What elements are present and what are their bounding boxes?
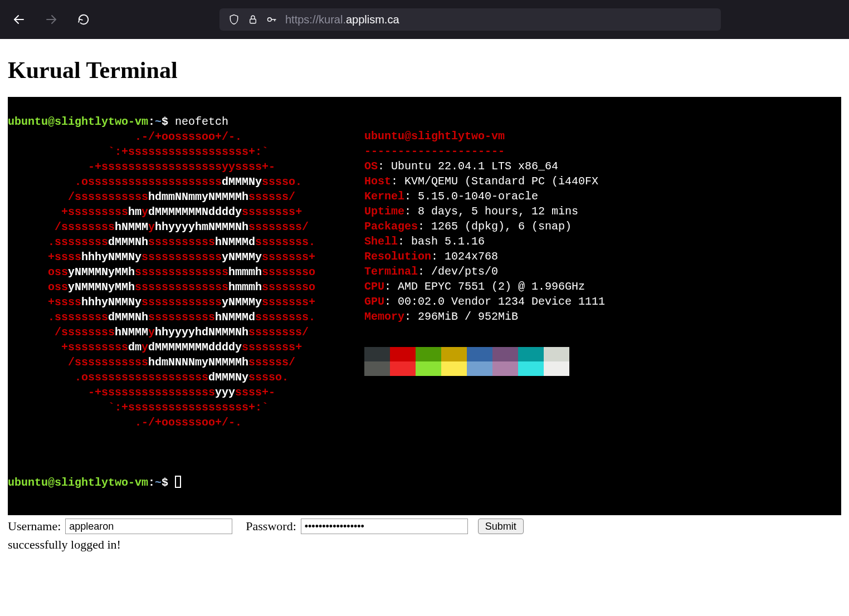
logo-line: `:+ssssssssssssssssss+:` bbox=[8, 400, 841, 415]
url-text: https://kural.applism.ca bbox=[285, 13, 399, 26]
info-line: Packages: 1265 (dpkg), 6 (snap) bbox=[364, 219, 605, 234]
username-label: Username: bbox=[8, 519, 61, 534]
color-swatch bbox=[364, 361, 390, 376]
swatch-column bbox=[390, 347, 416, 376]
info-line: Memory: 296MiB / 952MiB bbox=[364, 309, 605, 324]
info-line: Uptime: 8 days, 5 hours, 12 mins bbox=[364, 204, 605, 219]
color-swatches bbox=[364, 347, 605, 376]
login-status: successfully logged in! bbox=[8, 536, 841, 558]
color-swatch bbox=[467, 361, 492, 376]
swatch-column bbox=[492, 347, 518, 376]
reload-button[interactable] bbox=[76, 12, 91, 27]
color-swatch bbox=[492, 347, 518, 361]
neofetch-info: ubuntu@slightlytwo-vm ------------------… bbox=[364, 114, 605, 391]
terminal-output: ubuntu@slightlytwo-vm:~$ neofetch .-/+oo… bbox=[8, 97, 841, 515]
color-swatch bbox=[390, 347, 416, 361]
info-line: Host: KVM/QEMU (Standard PC (i440FX bbox=[364, 174, 605, 189]
reload-icon bbox=[77, 13, 90, 26]
arrow-left-icon bbox=[12, 13, 26, 26]
info-line: Terminal: /dev/pts/0 bbox=[364, 264, 605, 279]
svg-rect-2 bbox=[250, 19, 256, 23]
lock-icon[interactable] bbox=[247, 14, 258, 25]
shield-icon[interactable] bbox=[228, 14, 240, 25]
info-rule: --------------------- bbox=[364, 145, 505, 158]
page-content: Kurual Terminal ubuntu@slightlytwo-vm:~$… bbox=[0, 39, 849, 568]
terminal-command: neofetch bbox=[175, 115, 228, 128]
prompt-user-host-2: ubuntu@slightlytwo-vm bbox=[8, 476, 148, 489]
forward-button[interactable] bbox=[43, 12, 59, 27]
back-button[interactable] bbox=[11, 12, 27, 27]
color-swatch bbox=[441, 361, 467, 376]
color-swatch bbox=[467, 347, 492, 361]
swatch-column bbox=[364, 347, 390, 376]
color-swatch bbox=[441, 347, 467, 361]
url-bar[interactable]: https://kural.applism.ca bbox=[219, 8, 721, 31]
browser-toolbar: https://kural.applism.ca bbox=[0, 0, 849, 39]
info-line: Shell: bash 5.1.16 bbox=[364, 234, 605, 249]
arrow-right-icon bbox=[45, 13, 58, 26]
submit-button[interactable]: Submit bbox=[478, 519, 524, 534]
logo-line: .-/+oossssoo+/-. bbox=[8, 415, 841, 430]
color-swatch bbox=[544, 361, 569, 376]
svg-point-3 bbox=[268, 18, 272, 22]
prompt-symbol: $ bbox=[162, 115, 175, 128]
prompt-path: ~ bbox=[155, 115, 162, 128]
color-swatch bbox=[518, 347, 544, 361]
color-swatch bbox=[390, 361, 416, 376]
color-swatch bbox=[364, 347, 390, 361]
info-line: CPU: AMD EPYC 7551 (2) @ 1.996GHz bbox=[364, 279, 605, 294]
color-swatch bbox=[544, 347, 569, 361]
swatch-column bbox=[441, 347, 467, 376]
prompt-user-host: ubuntu@slightlytwo-vm bbox=[8, 115, 148, 128]
color-swatch bbox=[518, 361, 544, 376]
username-input[interactable] bbox=[65, 519, 232, 534]
swatch-column bbox=[544, 347, 569, 376]
swatch-column bbox=[416, 347, 441, 376]
login-form: Username: Password: Submit bbox=[8, 515, 841, 536]
page-title: Kurual Terminal bbox=[8, 57, 841, 84]
key-icon[interactable] bbox=[266, 14, 277, 25]
info-line: Kernel: 5.15.0-1040-oracle bbox=[364, 189, 605, 204]
password-input[interactable] bbox=[301, 519, 468, 534]
info-line: OS: Ubuntu 22.04.1 LTS x86_64 bbox=[364, 159, 605, 174]
color-swatch bbox=[416, 347, 441, 361]
cursor-icon bbox=[175, 476, 181, 488]
swatch-column bbox=[467, 347, 492, 376]
nav-buttons bbox=[11, 12, 91, 27]
prompt-colon: : bbox=[148, 115, 155, 128]
color-swatch bbox=[492, 361, 518, 376]
info-title: ubuntu@slightlytwo-vm bbox=[364, 130, 505, 143]
info-lines: OS: Ubuntu 22.04.1 LTS x86_64Host: KVM/Q… bbox=[364, 159, 605, 324]
password-label: Password: bbox=[246, 519, 296, 534]
swatch-column bbox=[518, 347, 544, 376]
color-swatch bbox=[416, 361, 441, 376]
info-line: Resolution: 1024x768 bbox=[364, 249, 605, 264]
info-line: GPU: 00:02.0 Vendor 1234 Device 1111 bbox=[364, 294, 605, 309]
